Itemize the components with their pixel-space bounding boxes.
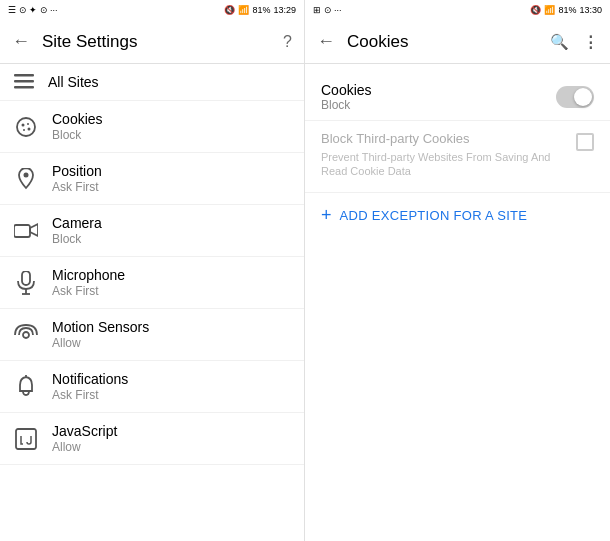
more-options-icon[interactable]: ⋮ <box>583 33 598 51</box>
site-settings-header: ← Site Settings ? <box>0 20 304 64</box>
cookies-toggle-row: Cookies Block <box>305 74 610 120</box>
svg-rect-15 <box>16 429 36 449</box>
search-icon[interactable]: 🔍 <box>550 33 569 51</box>
all-sites-item[interactable]: All Sites <box>0 64 304 101</box>
all-sites-icon <box>14 74 34 90</box>
cookies-panel: ← Cookies 🔍 ⋮ Cookies Block <box>305 20 610 541</box>
position-label: Position <box>52 163 102 179</box>
third-party-checkbox[interactable] <box>576 133 594 151</box>
position-info: Position Ask First <box>52 163 102 194</box>
cookies-subtitle: Block <box>52 128 103 142</box>
camera-subtitle: Block <box>52 232 102 246</box>
camera-icon <box>14 219 38 243</box>
javascript-item[interactable]: JavaScript Allow <box>0 413 304 465</box>
left-status-right: 🔇 📶 81% 13:29 <box>224 5 296 15</box>
svg-marker-10 <box>30 224 38 236</box>
all-sites-label: All Sites <box>48 74 99 90</box>
position-icon <box>14 167 38 191</box>
javascript-label: JavaScript <box>52 423 117 439</box>
left-time: 13:29 <box>273 5 296 15</box>
camera-item[interactable]: Camera Block <box>0 205 304 257</box>
camera-info: Camera Block <box>52 215 102 246</box>
third-party-label-group: Block Third-party Cookies Prevent Third-… <box>321 131 568 178</box>
cookies-item[interactable]: Cookies Block <box>0 101 304 153</box>
right-status-bar: ⊞ ⊙ ··· 🔇 📶 81% 13:30 <box>305 0 610 20</box>
left-status-bar: ☰ ⊙ ✦ ⊙ ··· 🔇 📶 81% 13:29 <box>0 0 305 20</box>
cookies-label-group: Cookies Block <box>321 82 372 112</box>
back-icon[interactable]: ← <box>12 31 30 52</box>
microphone-info: Microphone Ask First <box>52 267 125 298</box>
cookies-info: Cookies Block <box>52 111 103 142</box>
notifications-icon <box>14 375 38 399</box>
microphone-icon <box>14 271 38 295</box>
svg-rect-2 <box>14 86 34 89</box>
svg-point-7 <box>28 127 31 130</box>
microphone-subtitle: Ask First <box>52 284 125 298</box>
svg-point-8 <box>24 172 29 177</box>
cookies-icon <box>14 115 38 139</box>
svg-rect-1 <box>14 80 34 83</box>
motion-sensors-icon <box>14 323 38 347</box>
svg-rect-11 <box>22 271 30 285</box>
notifications-info: Notifications Ask First <box>52 371 128 402</box>
site-settings-title: Site Settings <box>42 32 271 52</box>
microphone-label: Microphone <box>52 267 125 283</box>
javascript-icon <box>14 427 38 451</box>
cookies-title: Cookies <box>347 32 538 52</box>
third-party-row: Block Third-party Cookies Prevent Third-… <box>305 120 610 188</box>
add-exception-label: ADD EXCEPTION FOR A SITE <box>340 208 528 223</box>
right-battery-text: 81% <box>558 5 576 15</box>
right-status-icons: ⊞ ⊙ ··· <box>313 5 342 15</box>
right-mute-icon: 🔇 <box>530 5 541 15</box>
camera-label: Camera <box>52 215 102 231</box>
position-subtitle: Ask First <box>52 180 102 194</box>
javascript-info: JavaScript Allow <box>52 423 117 454</box>
add-exception-plus-icon: + <box>321 205 332 226</box>
right-signal-icon: 📶 <box>544 5 555 15</box>
third-party-sublabel: Prevent Third-party Websites From Saving… <box>321 150 568 179</box>
svg-point-3 <box>17 118 35 136</box>
motion-sensors-label: Motion Sensors <box>52 319 149 335</box>
position-item[interactable]: Position Ask First <box>0 153 304 205</box>
add-exception-row[interactable]: + ADD EXCEPTION FOR A SITE <box>305 192 610 238</box>
right-time: 13:30 <box>579 5 602 15</box>
cookies-content: Cookies Block Block Third-party Cookies … <box>305 64 610 541</box>
svg-rect-0 <box>14 74 34 77</box>
left-battery-text: 81% <box>252 5 270 15</box>
cookies-label: Cookies <box>52 111 103 127</box>
svg-point-5 <box>27 123 29 125</box>
right-status-right: 🔇 📶 81% 13:30 <box>530 5 602 15</box>
notifications-label: Notifications <box>52 371 128 387</box>
cookies-header-icons: 🔍 ⋮ <box>550 33 598 51</box>
cookies-setting-label: Cookies <box>321 82 372 98</box>
microphone-item[interactable]: Microphone Ask First <box>0 257 304 309</box>
javascript-subtitle: Allow <box>52 440 117 454</box>
cookies-header: ← Cookies 🔍 ⋮ <box>305 20 610 64</box>
left-signal-icon: 📶 <box>238 5 249 15</box>
motion-sensors-subtitle: Allow <box>52 336 149 350</box>
left-status-icons: ☰ ⊙ ✦ ⊙ ··· <box>8 5 58 15</box>
right-status-left: ⊞ ⊙ ··· <box>313 5 342 15</box>
svg-point-4 <box>22 123 25 126</box>
help-icon[interactable]: ? <box>283 33 292 51</box>
svg-point-6 <box>23 129 25 131</box>
notifications-item[interactable]: Notifications Ask First <box>0 361 304 413</box>
motion-sensors-info: Motion Sensors Allow <box>52 319 149 350</box>
motion-sensors-item[interactable]: Motion Sensors Allow <box>0 309 304 361</box>
notifications-subtitle: Ask First <box>52 388 128 402</box>
cookies-back-icon[interactable]: ← <box>317 31 335 52</box>
svg-rect-9 <box>14 225 30 237</box>
site-settings-panel: ← Site Settings ? All Sites <box>0 20 305 541</box>
third-party-label: Block Third-party Cookies <box>321 131 568 148</box>
svg-point-14 <box>23 332 29 338</box>
cookies-toggle[interactable] <box>556 86 594 108</box>
cookies-setting-sublabel: Block <box>321 98 372 112</box>
left-mute-icon: 🔇 <box>224 5 235 15</box>
site-settings-list: All Sites Cookies <box>0 64 304 541</box>
left-status-left: ☰ ⊙ ✦ ⊙ ··· <box>8 5 58 15</box>
